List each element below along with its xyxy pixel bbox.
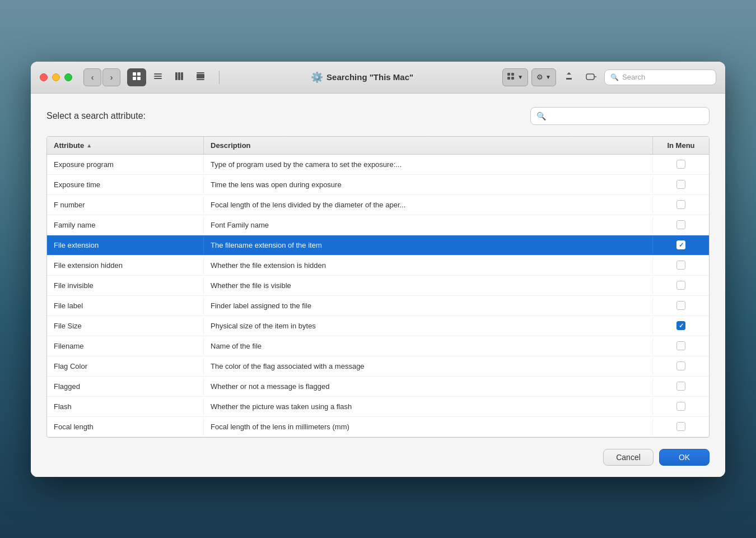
checkbox-cell[interactable] [653,276,709,294]
view-grid-button[interactable] [127,68,146,86]
table-row[interactable]: Focal lengthFocal length of the lens in … [47,417,709,437]
description-label: Description [211,141,251,150]
in-menu-checkbox[interactable] [676,321,685,330]
checkbox-cell[interactable] [653,175,709,193]
checkbox-cell[interactable] [653,397,709,415]
forward-button[interactable]: › [102,68,120,86]
svg-rect-2 [133,77,136,80]
cancel-button[interactable]: Cancel [603,449,654,466]
table-row[interactable]: File invisibleWhether the file is visibl… [47,276,709,296]
share-icon [564,72,573,82]
cover-icon [196,72,205,82]
in-menu-checkbox[interactable] [676,180,685,189]
table-row[interactable]: FlaggedWhether or not a message is flagg… [47,377,709,397]
checkbox-cell[interactable] [653,216,709,234]
table-row[interactable]: File extension hiddenWhether the file ex… [47,256,709,276]
checkbox-cell[interactable] [653,418,709,435]
table-row[interactable]: Flag ColorThe color of the flag associat… [47,356,709,377]
attribute-column-header[interactable]: Attribute ▲ [47,137,204,154]
attribute-cell: File label [47,297,204,314]
description-cell: Whether the file is visible [204,277,653,294]
checkbox-cell[interactable] [653,296,709,314]
back-button[interactable]: ‹ [83,68,101,86]
titlebar: ‹ › [31,62,725,94]
in-menu-checkbox[interactable] [676,301,685,310]
table-row[interactable]: FilenameName of the file [47,336,709,356]
dialog-footer: Cancel OK [46,440,710,466]
svg-rect-4 [154,73,162,75]
view-cover-button[interactable] [191,68,210,86]
attribute-label: Attribute [54,141,84,150]
close-button[interactable] [40,73,48,81]
gear-icon: ⚙ [536,73,543,81]
separator-1 [219,71,220,84]
table-row[interactable]: File extensionThe filename extension of … [47,235,709,256]
forward-icon: › [110,73,113,82]
columns-icon [175,72,184,82]
table-row[interactable]: File SizePhysical size of the item in by… [47,316,709,336]
finder-window: ‹ › [31,62,725,477]
attribute-cell: F number [47,196,204,214]
description-cell: Type of program used by the camera to se… [204,156,653,173]
view-columns-button[interactable] [170,68,189,86]
table-header: Attribute ▲ Description In Menu [47,137,709,155]
in-menu-label: In Menu [667,141,694,150]
table-row[interactable]: Exposure programType of program used by … [47,155,709,175]
action-button[interactable]: ⚙ ▼ [531,68,556,86]
in-menu-checkbox[interactable] [676,261,685,270]
in-menu-column-header[interactable]: In Menu [653,137,709,154]
group-by-button[interactable]: ▼ [502,68,528,86]
window-icon: ⚙️ [311,71,323,84]
checkbox-cell[interactable] [653,236,709,254]
minimize-button[interactable] [52,73,60,81]
checkbox-cell[interactable] [653,155,709,173]
checkbox-cell[interactable] [653,317,709,335]
checkbox-cell[interactable] [653,256,709,274]
table-row[interactable]: Family nameFont Family name [47,215,709,235]
in-menu-checkbox[interactable] [676,361,685,370]
in-menu-checkbox[interactable] [676,382,685,391]
description-column-header[interactable]: Description [204,137,653,154]
description-cell: Physical size of the item in bytes [204,317,653,335]
checkbox-cell[interactable] [653,337,709,355]
attribute-cell: Flash [47,398,204,415]
attribute-search[interactable]: 🔍 [530,107,710,125]
in-menu-checkbox[interactable] [676,341,685,350]
in-menu-checkbox[interactable] [676,200,685,209]
share-button[interactable] [559,68,578,86]
description-cell: Finder label assigned to the file [204,297,653,314]
svg-rect-11 [197,74,204,78]
attribute-cell: Exposure program [47,156,204,173]
search-magnifier-icon: 🔍 [610,73,619,81]
table-row[interactable]: F numberFocal length of the lens divided… [47,195,709,215]
in-menu-checkbox[interactable] [676,220,685,229]
svg-rect-3 [137,77,141,80]
view-list-button[interactable] [148,68,167,86]
attribute-cell: File extension hidden [47,257,204,274]
table-row[interactable]: File labelFinder label assigned to the f… [47,296,709,316]
checkbox-cell[interactable] [653,357,709,375]
svg-rect-17 [586,74,594,80]
checkbox-cell[interactable] [653,196,709,214]
checkbox-cell[interactable] [653,377,709,395]
in-menu-checkbox[interactable] [676,240,685,249]
maximize-button[interactable] [64,73,72,81]
ok-button[interactable]: OK [659,449,710,466]
attribute-cell: Flagged [47,378,204,395]
in-menu-checkbox[interactable] [676,422,685,431]
description-cell: The color of the flag associated with a … [204,358,653,375]
tag-button[interactable] [582,68,601,86]
svg-rect-6 [154,78,162,79]
svg-rect-10 [197,72,204,73]
in-menu-checkbox[interactable] [676,281,685,290]
search-placeholder: Search [622,73,645,81]
table-row[interactable]: Exposure timeTime the lens was open duri… [47,175,709,195]
toolbar-search[interactable]: 🔍 Search [604,69,716,85]
table-row[interactable]: FlashWhether the picture was taken using… [47,397,709,417]
dialog-content: Select a search attribute: 🔍 Attribute ▲… [31,94,725,477]
attribute-cell: Filename [47,337,204,355]
in-menu-checkbox[interactable] [676,402,685,411]
in-menu-checkbox[interactable] [676,160,685,169]
sort-arrow-icon: ▲ [86,142,92,149]
dropdown-arrow-2: ▼ [545,74,551,80]
